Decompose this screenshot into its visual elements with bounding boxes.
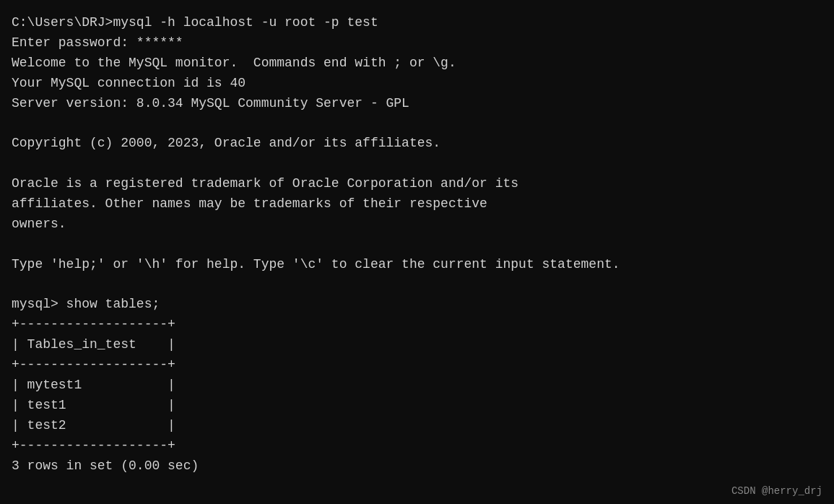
terminal-line: owners. (12, 214, 822, 235)
terminal-line: Welcome to the MySQL monitor. Commands e… (12, 53, 822, 74)
terminal-line (12, 235, 822, 255)
terminal-line: Type 'help;' or '\h' for help. Type '\c'… (12, 255, 822, 275)
terminal-window: C:\Users\DRJ>mysql -h localhost -u root … (0, 0, 834, 504)
watermark: CSDN @herry_drj (731, 485, 822, 497)
terminal-line: C:\Users\DRJ>mysql -h localhost -u root … (12, 13, 822, 33)
terminal-line: | test1 | (12, 396, 822, 416)
terminal-line: | test2 | (12, 416, 822, 436)
terminal-line: Server version: 8.0.34 MySQL Community S… (12, 94, 822, 114)
terminal-line: mysql> show tables; (12, 295, 822, 315)
terminal-line: Your MySQL connection id is 40 (12, 74, 822, 94)
terminal-line: +-------------------+ (12, 315, 822, 335)
terminal-line: | Tables_in_test | (12, 335, 822, 355)
terminal-line: Oracle is a registered trademark of Orac… (12, 174, 822, 194)
terminal-line (12, 275, 822, 295)
terminal-line: Enter password: ****** (12, 33, 822, 53)
terminal-line: Copyright (c) 2000, 2023, Oracle and/or … (12, 134, 822, 154)
terminal-line (12, 154, 822, 174)
terminal-line: | mytest1 | (12, 375, 822, 396)
terminal-line: +-------------------+ (12, 355, 822, 375)
terminal-line (12, 113, 822, 134)
terminal-line: +-------------------+ (12, 436, 822, 456)
terminal-output: C:\Users\DRJ>mysql -h localhost -u root … (12, 13, 822, 476)
terminal-line: affiliates. Other names may be trademark… (12, 194, 822, 214)
terminal-line: 3 rows in set (0.00 sec) (12, 456, 822, 477)
